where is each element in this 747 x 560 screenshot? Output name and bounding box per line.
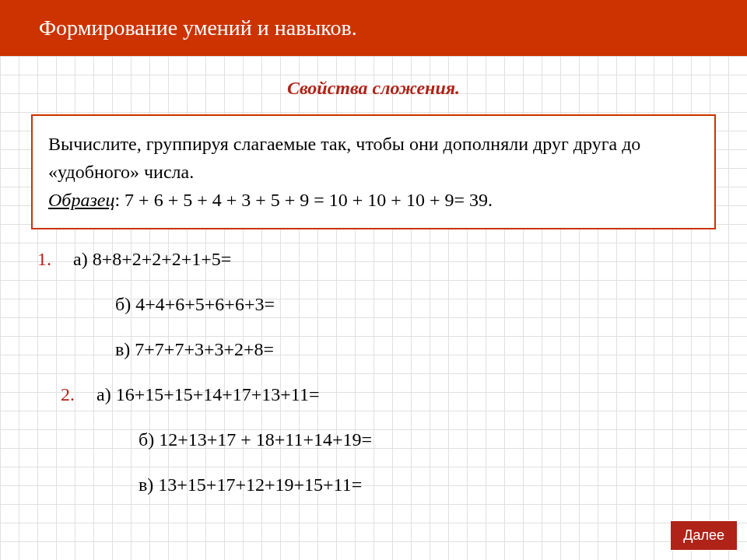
- instruction-text: Вычислите, группируя слагаемые так, чтоб…: [48, 134, 640, 182]
- problem-1a-text: а) 8+8+2+2+2+1+5=: [73, 249, 231, 269]
- header-bar: Формирование умений и навыков.: [0, 0, 747, 56]
- problem-2a: 2. а) 16+15+15+14+17+13+11=: [61, 380, 747, 408]
- problem-2a-text: а) 16+15+15+14+17+13+11=: [96, 384, 320, 404]
- problems-section: 1. а) 8+8+2+2+2+1+5= б) 4+4+6+5+6+6+3= в…: [37, 245, 747, 499]
- problem-1c: в) 7+7+7+3+3+2+8=: [115, 335, 747, 363]
- problem-number-1: 1.: [37, 245, 59, 273]
- page-title: Формирование умений и навыков.: [39, 16, 357, 40]
- sample-expression: : 7 + 6 + 5 + 4 + 3 + 5 + 9 = 10 + 10 + …: [114, 190, 493, 210]
- problem-number-2: 2.: [61, 380, 82, 408]
- subtitle: Свойства сложения.: [0, 78, 747, 99]
- instruction-box: Вычислите, группируя слагаемые так, чтоб…: [31, 114, 716, 229]
- problem-2c: в) 13+15+17+12+19+15+11=: [139, 471, 747, 499]
- problem-1a: 1. а) 8+8+2+2+2+1+5=: [37, 245, 747, 273]
- problem-group-1: 1. а) 8+8+2+2+2+1+5= б) 4+4+6+5+6+6+3= в…: [37, 245, 747, 363]
- sample-label: Образец: [48, 190, 114, 210]
- next-button[interactable]: Далее: [670, 520, 738, 551]
- problem-2b: б) 12+13+17 + 18+11+14+19=: [139, 425, 747, 453]
- problem-1b: б) 4+4+6+5+6+6+3=: [115, 290, 747, 318]
- problem-group-2: 2. а) 16+15+15+14+17+13+11= б) 12+13+17 …: [61, 380, 747, 499]
